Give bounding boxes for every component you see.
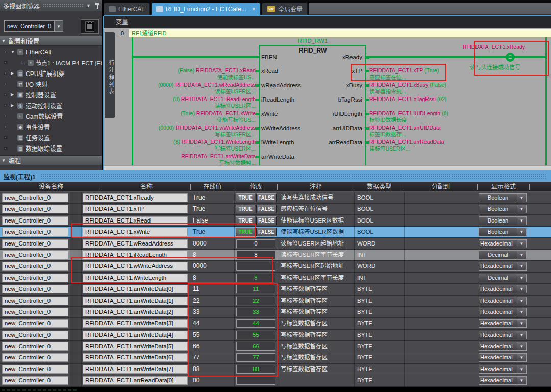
variable-name-cell[interactable]: RFIDDATA_ECT1.arrWriteData[3] bbox=[83, 319, 188, 328]
display-format-dropdown[interactable]: Boolean ▼ bbox=[479, 216, 527, 225]
row-selector[interactable] bbox=[70, 273, 81, 283]
column-header[interactable]: 名称 bbox=[102, 182, 191, 192]
close-icon[interactable]: × bbox=[252, 6, 256, 13]
section-configuration[interactable]: ▼ 配置和设置 bbox=[0, 36, 102, 46]
set-false-button[interactable]: FALSE bbox=[256, 205, 277, 213]
row-selector[interactable] bbox=[70, 284, 81, 295]
column-header[interactable]: 注释 bbox=[278, 182, 354, 192]
tree-item-ethercat[interactable]: ▼ ≡ EtherCAT bbox=[0, 46, 102, 57]
device-name-cell[interactable]: new_Controller_0 bbox=[2, 353, 68, 362]
set-true-button[interactable]: TRUE bbox=[236, 228, 255, 236]
fbd-canvas[interactable]: 行注释列表 0 RF1通道RFID RFID_RW1 RFID_RW FBEN … bbox=[104, 28, 551, 170]
display-format-dropdown[interactable]: Hexadecimal ▼ bbox=[479, 376, 527, 385]
column-header[interactable]: 数据类型 bbox=[354, 182, 404, 192]
editor-tab[interactable]: EtherCAT bbox=[104, 3, 150, 15]
device-name-cell[interactable]: new_Controller_0 bbox=[2, 319, 68, 328]
variable-name-cell[interactable]: RFIDDATA_ECT1.wReadAddress bbox=[83, 239, 188, 248]
column-header[interactable]: 显示格式 bbox=[478, 182, 530, 192]
row-selector[interactable] bbox=[70, 364, 81, 375]
device-name-cell[interactable]: new_Controller_0 bbox=[2, 239, 68, 248]
variable-name-cell[interactable]: RFIDDATA_ECT1.iWriteLength bbox=[83, 274, 188, 282]
display-format-dropdown[interactable]: Hexadecimal ▼ bbox=[479, 239, 527, 248]
display-format-dropdown[interactable]: Decimal ▼ bbox=[479, 274, 527, 282]
editor-tab[interactable]: RFID_Function2 - ECTGate... × bbox=[151, 3, 261, 15]
row-selector[interactable] bbox=[70, 330, 81, 340]
device-name-cell[interactable]: new_Controller_0 bbox=[2, 297, 68, 305]
row-selector[interactable] bbox=[70, 238, 81, 249]
expand-arrow[interactable]: ▶ bbox=[11, 92, 14, 97]
variables-pane-header[interactable]: 变量 bbox=[104, 16, 551, 28]
variable-name-cell[interactable]: RFIDDATA_ECT1.wWriteAddress bbox=[83, 262, 188, 271]
variable-name-cell[interactable]: RFIDDATA_ECT1.arrWriteData[6] bbox=[83, 353, 188, 362]
coil-variable[interactable]: RFIDDATA_ECT1.xReady bbox=[440, 44, 547, 50]
variable-name-cell[interactable]: RFIDDATA_ECT1.arrWriteData[5] bbox=[83, 342, 188, 351]
tree-item-data-trace[interactable]: ▨ 数据跟踪设置 bbox=[0, 143, 102, 154]
device-name-cell[interactable]: new_Controller_0 bbox=[2, 251, 68, 259]
display-format-dropdown[interactable]: Hexadecimal ▼ bbox=[479, 297, 527, 305]
column-header[interactable]: 设备名称 bbox=[0, 182, 102, 192]
input-annotation[interactable]: RFIDDATA_ECT1.arrWriteData写标签数据暂... bbox=[104, 153, 256, 166]
row-selector[interactable] bbox=[70, 296, 81, 306]
output-annotation[interactable]: RFIDDATA_ECT1.arrReadData 读标签USER区... bbox=[369, 139, 548, 152]
device-name-cell[interactable]: new_Controller_0 bbox=[2, 216, 68, 225]
display-format-dropdown[interactable]: Hexadecimal ▼ bbox=[479, 262, 527, 271]
display-format-dropdown[interactable]: Hexadecimal ▼ bbox=[479, 308, 527, 316]
tree-item-cpu-rack[interactable]: ▶ ▤ CPU/扩展机架 bbox=[0, 68, 102, 79]
device-name-cell[interactable]: new_Controller_0 bbox=[2, 205, 68, 213]
row-selector[interactable] bbox=[70, 192, 81, 203]
modify-value-input[interactable] bbox=[236, 262, 276, 271]
display-format-dropdown[interactable]: Boolean ▼ bbox=[479, 228, 527, 236]
tree-item-motion-control[interactable]: ▶ ◎ 运动控制设置 bbox=[0, 100, 102, 111]
input-annotation[interactable]: (False) RFIDDATA_ECT1.xRead使能读标签US... bbox=[104, 67, 256, 81]
input-annotation[interactable]: (8) RFIDDATA_ECT1.iReadLength读标签USER区... bbox=[104, 96, 256, 109]
device-name-cell[interactable]: new_Controller_0 bbox=[2, 342, 68, 351]
variable-name-cell[interactable]: RFIDDATA_ECT1.arrWriteData[0] bbox=[83, 285, 188, 293]
controller-select[interactable]: new_Controller_0 ▼ bbox=[4, 20, 63, 32]
variable-name-cell[interactable]: RFIDDATA_ECT1.xWrite bbox=[83, 228, 188, 236]
set-true-button[interactable]: TRUE bbox=[236, 193, 255, 202]
display-format-dropdown[interactable]: Hexadecimal ▼ bbox=[479, 319, 527, 328]
row-selector[interactable] bbox=[70, 352, 81, 363]
output-annotation[interactable]: RFIDDATA_ECT1.arrUIDData 标签ID数据存... bbox=[369, 125, 548, 138]
set-true-button[interactable]: TRUE bbox=[236, 216, 255, 225]
variable-name-cell[interactable]: RFIDDATA_ECT1.arrWriteData[1] bbox=[83, 297, 188, 305]
display-format-dropdown[interactable]: Hexadecimal ▼ bbox=[479, 342, 527, 351]
variable-name-cell[interactable]: RFIDDATA_ECT1.xRead bbox=[83, 216, 188, 225]
input-annotation[interactable]: (0000) RFIDDATA_ECT1.wWriteAddress写标签USE… bbox=[104, 125, 256, 138]
display-format-dropdown[interactable]: Decimal ▼ bbox=[479, 251, 527, 259]
fb-instance-name[interactable]: RFID_RW1 bbox=[259, 38, 366, 44]
row-selector[interactable] bbox=[70, 204, 81, 214]
display-format-dropdown[interactable]: Hexadecimal ▼ bbox=[479, 353, 527, 362]
input-annotation[interactable]: (0000) RFIDDATA_ECT1.wReadAddress读标签USER… bbox=[104, 82, 256, 95]
variable-name-cell[interactable]: RFIDDATA_ECT1.iReadLength bbox=[83, 251, 188, 259]
set-true-button[interactable]: TRUE bbox=[236, 205, 255, 213]
display-format-dropdown[interactable]: Hexadecimal ▼ bbox=[479, 285, 527, 293]
tree-item-event-settings[interactable]: ◆ 事件设置 bbox=[0, 121, 102, 132]
tree-item-io-map[interactable]: ⇄ I/O 映射 bbox=[0, 79, 102, 89]
column-header[interactable]: 分配到 bbox=[404, 182, 478, 192]
set-false-button[interactable]: FALSE bbox=[256, 193, 277, 202]
editor-tab[interactable]: Var 全局变量 bbox=[262, 3, 308, 15]
device-name-cell[interactable]: new_Controller_0 bbox=[2, 274, 68, 282]
tree-item-cam-data[interactable]: ≈ Cam数据设置 bbox=[0, 111, 102, 121]
device-name-cell[interactable]: new_Controller_0 bbox=[2, 262, 68, 271]
device-name-cell[interactable]: new_Controller_0 bbox=[2, 285, 68, 293]
variable-name-cell[interactable]: RFIDDATA_ECT1.arrWriteData[2] bbox=[83, 308, 188, 316]
column-header[interactable]: 在线值 bbox=[191, 182, 234, 192]
variable-name-cell[interactable]: RFIDDATA_ECT1.arrReadData[0] bbox=[83, 376, 188, 385]
column-header[interactable]: 修改 bbox=[234, 182, 278, 192]
output-coil[interactable] bbox=[506, 53, 515, 62]
tree-item-task-settings[interactable]: ▥ 任务设置 bbox=[0, 132, 102, 143]
row-selector[interactable] bbox=[70, 341, 81, 352]
tree-item-node[interactable]: ∟ ▫ 节点1 : IACM-P4-ECT (E00 bbox=[0, 57, 102, 68]
device-name-cell[interactable]: new_Controller_0 bbox=[2, 376, 68, 385]
input-annotation[interactable]: (True) RFIDDATA_ECT1.xWrite使能写标签US... bbox=[104, 110, 256, 124]
variable-name-cell[interactable]: RFIDDATA_ECT1.arrWriteData[7] bbox=[83, 365, 188, 374]
modify-value-input[interactable]: 44 bbox=[236, 319, 276, 328]
device-name-cell[interactable]: new_Controller_0 bbox=[2, 365, 68, 374]
row-selector[interactable] bbox=[70, 307, 81, 317]
row-selector[interactable] bbox=[70, 215, 81, 226]
variable-name-cell[interactable]: RFIDDATA_ECT1.xReady bbox=[83, 193, 188, 202]
rfid-rw-function-block[interactable] bbox=[259, 45, 366, 170]
modify-value-input[interactable]: 77 bbox=[236, 353, 276, 362]
